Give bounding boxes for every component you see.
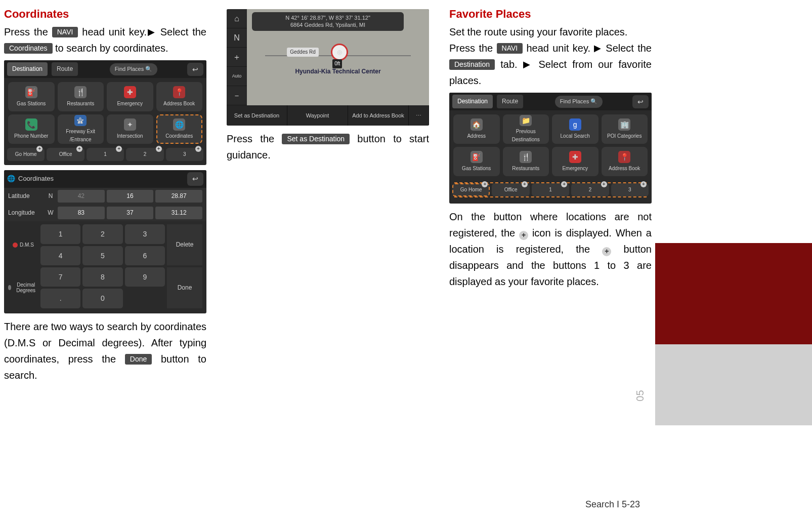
- mode-label: D.M.S: [20, 242, 34, 248]
- chapter-number: 05: [634, 345, 646, 447]
- more-button[interactable]: ⋯: [409, 105, 429, 126]
- location-info: N 42° 16' 28.87", W 83° 37' 31.12" 6864 …: [252, 12, 404, 31]
- text: to search by coordinates.: [53, 43, 168, 54]
- tile-label: Intersection: [117, 132, 143, 140]
- tile-label: Address Book: [609, 165, 640, 173]
- key-3[interactable]: 3: [125, 224, 165, 244]
- fav-1[interactable]: +1: [532, 183, 569, 196]
- lon-sec[interactable]: 31.12: [155, 207, 202, 219]
- key-6[interactable]: 6: [125, 246, 165, 265]
- key-dot[interactable]: .: [40, 289, 80, 308]
- tile-emergency[interactable]: ✚Emergency: [107, 82, 153, 111]
- tile-label: Freeway Exit /Entrance: [59, 128, 103, 144]
- tile-label: Address: [467, 132, 486, 140]
- fav-office[interactable]: +Office: [47, 148, 84, 161]
- text: head unit key.: [78, 26, 147, 37]
- tab-destination[interactable]: Destination: [7, 62, 48, 76]
- tile-poi[interactable]: 🏢POI Categories: [602, 114, 648, 144]
- tile-restaurants[interactable]: 🍴Restaurants: [503, 147, 549, 176]
- side-tab-active[interactable]: [655, 243, 812, 344]
- fav-office[interactable]: +Office: [492, 183, 529, 196]
- zoom-in-icon[interactable]: ＋: [227, 48, 247, 67]
- key-0[interactable]: 0: [82, 289, 122, 308]
- key-8[interactable]: 8: [82, 267, 122, 287]
- fav-1[interactable]: +1: [87, 148, 124, 161]
- tab-destination[interactable]: Destination: [452, 95, 493, 108]
- tile-freeway[interactable]: 🛣Freeway Exit /Entrance: [58, 114, 104, 144]
- tile-restaurants[interactable]: 🍴Restaurants: [58, 82, 104, 111]
- emergency-icon: ✚: [124, 86, 136, 98]
- tile-phone[interactable]: 📞Phone Number: [8, 114, 55, 144]
- tile-addressbook[interactable]: 📍Address Book: [602, 147, 648, 176]
- globe-icon: 🌐: [7, 174, 15, 184]
- fav-label: 1: [104, 151, 107, 157]
- tab-route[interactable]: Route: [497, 95, 523, 108]
- tile-address[interactable]: 🏠Address: [453, 114, 500, 144]
- plus-icon: +: [36, 146, 42, 152]
- fav-2[interactable]: +2: [126, 148, 163, 161]
- back-button[interactable]: ↩: [632, 95, 649, 108]
- waypoint-button[interactable]: Waypoint: [287, 105, 348, 126]
- tile-prevdest[interactable]: 📁Previous Destinations: [503, 114, 549, 144]
- key-9[interactable]: 9: [125, 267, 165, 287]
- lon-min[interactable]: 37: [107, 207, 154, 219]
- lon-deg[interactable]: 83: [58, 207, 105, 219]
- tile-intersection[interactable]: ✦Intersection: [107, 114, 153, 144]
- gas-icon: ⛽: [471, 151, 483, 163]
- key-2[interactable]: 2: [82, 224, 122, 244]
- tab-route[interactable]: Route: [52, 62, 78, 76]
- lat-min[interactable]: 16: [107, 190, 154, 203]
- coords-text: N 42° 16' 28.87", W 83° 37' 31.12": [256, 14, 400, 21]
- pin-icon: 📍: [173, 86, 185, 98]
- side-tab[interactable]: 05: [655, 344, 812, 425]
- back-button[interactable]: ↩: [187, 172, 203, 185]
- fav-label: 1: [549, 187, 552, 192]
- fav-2[interactable]: +2: [571, 183, 609, 196]
- tile-label: Gas Stations: [17, 100, 46, 108]
- tile-coordinates[interactable]: 🌐Coordinates: [156, 114, 203, 144]
- delete-button[interactable]: Delete: [167, 224, 202, 265]
- search-field[interactable]: Find Places 🔍: [110, 63, 158, 75]
- mode-dms[interactable]: D.M.S: [8, 224, 38, 265]
- fav-3[interactable]: +3: [611, 183, 649, 196]
- pin-icon: 📍: [618, 151, 630, 163]
- done-button[interactable]: Done: [167, 267, 202, 308]
- search-field[interactable]: Find Places 🔍: [555, 96, 603, 108]
- mode-decimal[interactable]: Decimal Degrees: [8, 267, 38, 308]
- gas-icon: ⛽: [25, 86, 37, 98]
- tile-label: Local Search: [561, 132, 590, 140]
- heading-coordinates: Coordinates: [4, 5, 206, 23]
- fav-gohome[interactable]: +Go Home: [452, 183, 490, 196]
- keycap-set-destination: Set as Destination: [282, 134, 350, 144]
- key-5[interactable]: 5: [82, 246, 122, 265]
- tile-localsearch[interactable]: gLocal Search: [552, 114, 599, 144]
- key-4[interactable]: 4: [40, 246, 80, 265]
- tile-gas[interactable]: ⛽Gas Stations: [8, 82, 55, 111]
- back-button[interactable]: ↩: [187, 63, 203, 76]
- tile-gas[interactable]: ⛽Gas Stations: [453, 147, 500, 176]
- food-icon: 🍴: [520, 151, 532, 163]
- key-7[interactable]: 7: [40, 267, 80, 287]
- arrow-icon: ▶: [594, 43, 602, 53]
- tile-label: Emergency: [117, 100, 143, 108]
- lat-label: Latitude: [8, 191, 44, 201]
- intersection-icon: ✦: [124, 118, 136, 131]
- map-pin-icon: ◎: [331, 44, 348, 61]
- fav-gohome[interactable]: +Go Home: [7, 148, 45, 161]
- screen-title: Coordinates: [18, 174, 54, 184]
- key-1[interactable]: 1: [40, 224, 80, 244]
- fav-3[interactable]: +3: [166, 148, 203, 161]
- keycap-done: Done: [125, 354, 152, 365]
- lat-sec[interactable]: 28.87: [155, 190, 202, 203]
- set-destination-button[interactable]: Set as Destination: [227, 105, 287, 126]
- lat-deg[interactable]: 42: [58, 190, 105, 203]
- auto-label[interactable]: Auto: [227, 67, 247, 86]
- home-icon[interactable]: ⌂: [227, 9, 247, 28]
- north-icon[interactable]: N: [227, 28, 247, 48]
- tile-emergency[interactable]: ✚Emergency: [552, 147, 599, 176]
- tile-addressbook[interactable]: 📍Address Book: [156, 82, 203, 111]
- zoom-out-icon[interactable]: －: [227, 86, 247, 105]
- add-addressbook-button[interactable]: Add to Address Book: [348, 105, 409, 126]
- tile-label: Restaurants: [512, 165, 539, 173]
- arrow-icon: ▶: [147, 27, 156, 37]
